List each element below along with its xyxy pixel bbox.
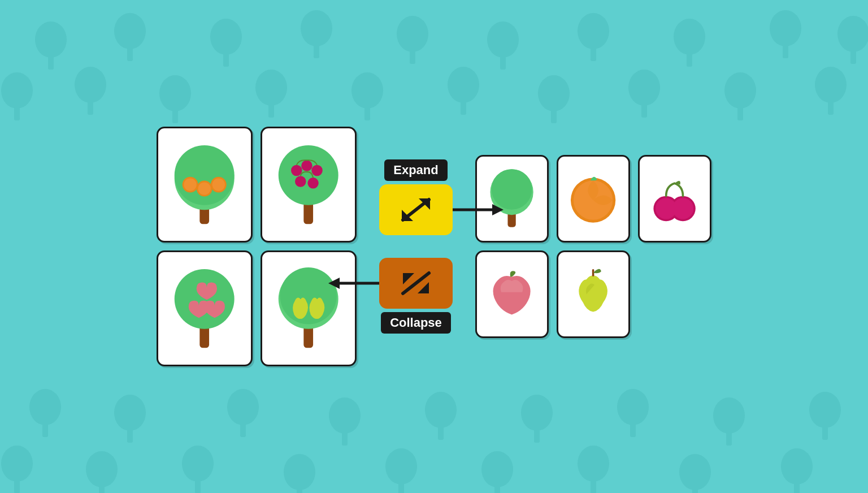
svg-point-84 [212,178,225,191]
svg-point-82 [184,178,197,191]
svg-point-90 [295,176,306,187]
collapse-action-group: Collapse [379,258,453,334]
collapse-button[interactable] [379,258,453,309]
expand-action-group: Expand [379,159,453,235]
expand-label: Expand [384,159,447,181]
card-cherry-fruit [638,155,711,243]
svg-marker-103 [328,278,340,289]
svg-point-89 [312,165,323,176]
svg-rect-94 [304,326,314,348]
svg-rect-92 [200,326,210,348]
right-top-row [475,155,711,243]
card-pear-fruit [557,250,630,338]
svg-rect-85 [304,202,314,224]
card-pear-tree [261,250,357,366]
left-cards-grid [157,127,357,366]
main-container: Expand [0,0,868,493]
right-cards-wrapper [475,155,711,338]
collapse-label: Collapse [381,312,451,334]
svg-marker-105 [418,282,429,293]
card-orange-fruit [557,155,630,243]
svg-point-91 [308,178,319,189]
svg-point-87 [291,165,302,176]
card-cherry-tree [261,127,357,243]
svg-marker-106 [403,273,414,284]
svg-point-115 [672,198,693,219]
card-tree-only [475,155,549,243]
center-controls: Expand [379,159,453,334]
svg-point-93 [175,269,235,329]
svg-point-86 [279,145,338,205]
svg-marker-101 [492,204,504,215]
card-orange-tree [157,127,253,243]
right-bottom-row [475,250,711,338]
expand-button[interactable] [379,184,453,235]
svg-point-88 [301,160,313,171]
card-peach-tree [157,250,253,366]
svg-point-83 [198,182,211,194]
card-peach-fruit [475,250,549,338]
